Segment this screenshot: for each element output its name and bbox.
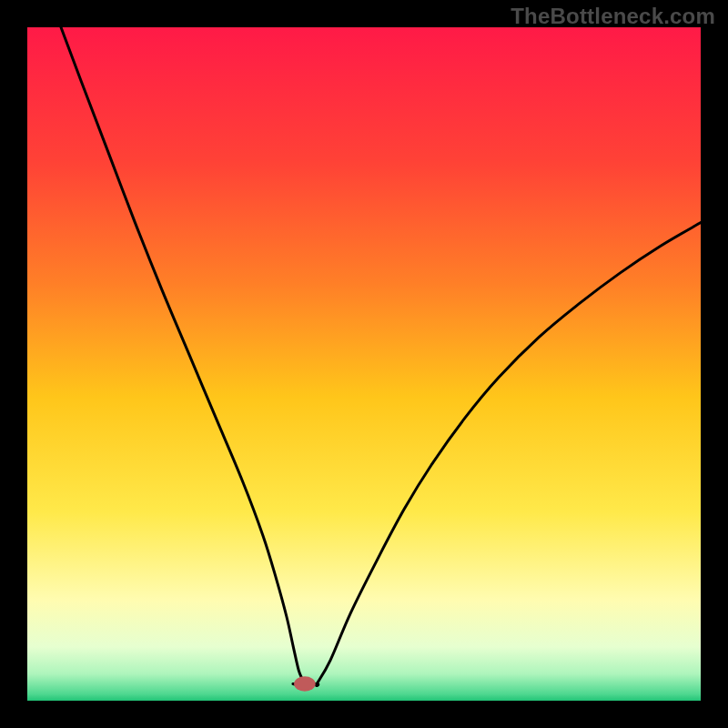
plot-area <box>27 27 701 701</box>
watermark-text: TheBottleneck.com <box>511 4 715 29</box>
gradient-background <box>27 27 701 701</box>
optimum-marker <box>294 676 316 691</box>
chart-frame: { "watermark": "TheBottleneck.com", "cha… <box>0 0 728 728</box>
bottleneck-curve-chart <box>27 27 701 701</box>
